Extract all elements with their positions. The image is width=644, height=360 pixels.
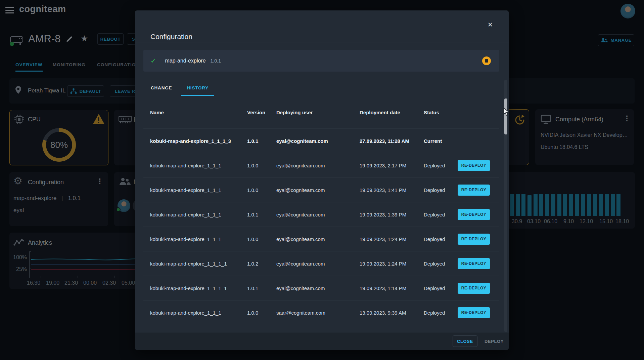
mouse-cursor xyxy=(503,108,510,116)
table-row: kobuki-map-and-explore_1_1_1 1.0.0 eyal@… xyxy=(143,227,499,251)
table-row: kobuki-map-and-explore_1_1_1 1.0.1 eyal@… xyxy=(143,202,499,227)
col-deploying-user: Deploying user xyxy=(276,110,360,115)
table-row: kobuki-map-and-explore_1_1_1_3 1.0.1 eya… xyxy=(143,129,499,153)
cell-version: 1.0.1 xyxy=(247,212,276,217)
modal-footer: CLOSE DEPLOY xyxy=(135,332,509,350)
col-status: Status xyxy=(424,110,457,115)
stop-button[interactable] xyxy=(482,56,491,65)
app-version: 1.0.1 xyxy=(211,58,221,64)
cell-status: Deployed xyxy=(424,310,457,316)
modal-tab-bar: CHANGE HISTORY xyxy=(135,81,509,96)
modal-header-divider xyxy=(135,42,509,42)
re-deploy-button[interactable]: RE-DEPLOY xyxy=(458,160,490,171)
cell-date: 13.09.2023, 9:39 AM xyxy=(360,310,424,316)
cell-name: kobuki-map-and-explore_1_1_1 xyxy=(150,163,247,168)
cell-version: 1.0.0 xyxy=(247,187,276,193)
cell-date: 19.09.2023, 2:17 PM xyxy=(360,163,424,168)
cell-name: kobuki-map-and-explore_1_1_1_1 xyxy=(150,285,247,291)
cell-user: saar@cogniteam.com xyxy=(276,310,360,316)
cell-version: 1.0.0 xyxy=(247,310,276,316)
cell-version: 1.0.1 xyxy=(247,285,276,291)
cell-version: 1.0.1 xyxy=(247,138,276,144)
cell-user: eyal@cogniteam.com xyxy=(276,163,360,168)
app-row: ✓ map-and-explore 1.0.1 xyxy=(143,50,499,72)
re-deploy-button[interactable]: RE-DEPLOY xyxy=(458,185,490,196)
check-icon: ✓ xyxy=(150,57,156,65)
close-button[interactable]: CLOSE xyxy=(453,335,477,347)
table-row: kobuki-map-and-explore_1_1_1_1 1.0.1 eya… xyxy=(143,276,499,301)
re-deploy-button[interactable]: RE-DEPLOY xyxy=(458,258,490,269)
cell-version: 1.0.2 xyxy=(247,261,276,267)
re-deploy-button[interactable]: RE-DEPLOY xyxy=(458,307,490,318)
table-row: kobuki-map-and-explore_1_1_1_1 1.0.2 eya… xyxy=(143,251,499,276)
cell-date: 19.09.2023, 1:14 PM xyxy=(360,285,424,291)
cell-name: kobuki-map-and-explore_1_1_1 xyxy=(150,236,247,242)
cell-status: Deployed xyxy=(424,261,457,267)
cell-date: 19.09.2023, 1:24 PM xyxy=(360,236,424,242)
cell-name: kobuki-map-and-explore_1_1_1_1 xyxy=(150,261,247,267)
cell-user: eyal@cogniteam.com xyxy=(276,187,360,193)
cell-status: Deployed xyxy=(424,236,457,242)
table-row: kobuki-map-and-explore_1_1_1 1.0.0 saar@… xyxy=(143,301,499,325)
cell-user: eyal@cogniteam.com xyxy=(276,285,360,291)
cell-user: eyal@cogniteam.com xyxy=(276,138,360,144)
re-deploy-button[interactable]: RE-DEPLOY xyxy=(458,283,490,294)
cell-date: 19.09.2023, 1:39 PM xyxy=(360,212,424,217)
deploy-button[interactable]: DEPLOY xyxy=(485,339,504,344)
close-icon[interactable]: ✕ xyxy=(488,21,493,29)
cell-date: 19.09.2023, 1:41 PM xyxy=(360,187,424,193)
table-row: kobuki-map-and-explore_1_1_1 1.0.0 eyal@… xyxy=(143,178,499,202)
cell-version: 1.0.0 xyxy=(247,236,276,242)
cell-date: 27.09.2023, 11:28 AM xyxy=(360,138,424,144)
table-header: Name Version Deploying user Deployment d… xyxy=(143,96,499,129)
table-row: kobuki-map-and-explore_1_1_1 1.0.0 eyal@… xyxy=(143,153,499,178)
history-table: Name Version Deploying user Deployment d… xyxy=(143,96,499,326)
configuration-modal: Configuration ✕ ✓ map-and-explore 1.0.1 … xyxy=(135,10,509,350)
cell-name: kobuki-map-and-explore_1_1_1 xyxy=(150,310,247,316)
app-name: map-and-explore xyxy=(165,58,206,64)
col-name: Name xyxy=(150,110,247,115)
cell-name: kobuki-map-and-explore_1_1_1 xyxy=(150,187,247,193)
col-version: Version xyxy=(247,110,276,115)
cell-date: 19.09.2023, 1:24 PM xyxy=(360,261,424,267)
cell-name: kobuki-map-and-explore_1_1_1 xyxy=(150,212,247,217)
re-deploy-button[interactable]: RE-DEPLOY xyxy=(458,209,490,220)
cell-status: Deployed xyxy=(424,285,457,291)
tab-history[interactable]: HISTORY xyxy=(181,81,214,96)
table-body: kobuki-map-and-explore_1_1_1_3 1.0.1 eya… xyxy=(143,129,499,325)
modal-scrollbar-thumb[interactable] xyxy=(504,98,507,134)
cell-version: 1.0.0 xyxy=(247,163,276,168)
tab-change[interactable]: CHANGE xyxy=(145,81,178,96)
cell-status: Deployed xyxy=(424,187,457,193)
modal-title: Configuration xyxy=(150,33,192,41)
col-deployment-date: Deployment date xyxy=(360,110,424,115)
cell-status: Deployed xyxy=(424,212,457,217)
cell-user: eyal@cogniteam.com xyxy=(276,261,360,267)
cell-name: kobuki-map-and-explore_1_1_1_3 xyxy=(150,138,247,144)
cell-user: eyal@cogniteam.com xyxy=(276,212,360,217)
cell-user: eyal@cogniteam.com xyxy=(276,236,360,242)
cell-status: Deployed xyxy=(424,163,457,168)
re-deploy-button[interactable]: RE-DEPLOY xyxy=(458,234,490,245)
cell-status: Current xyxy=(424,138,457,144)
